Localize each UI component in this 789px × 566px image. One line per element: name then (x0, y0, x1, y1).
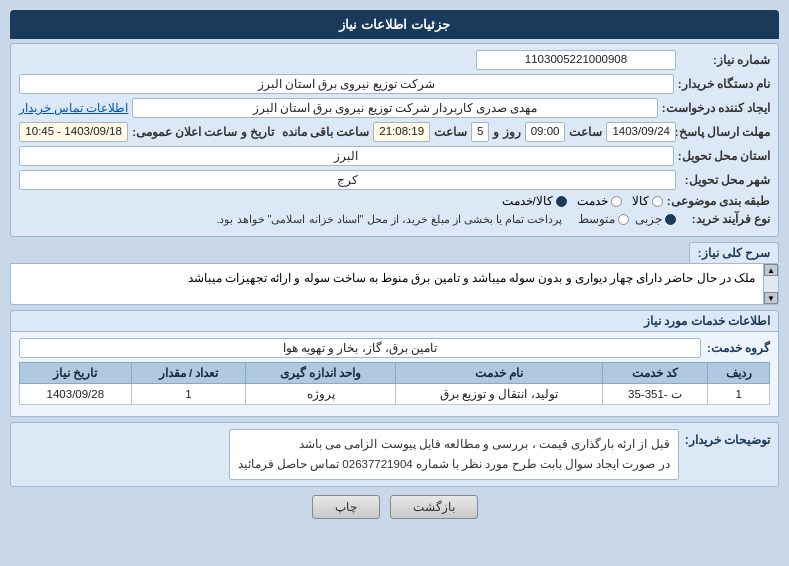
request-number-value: 1103005221000908 (476, 50, 676, 70)
deadline-time: 09:00 (525, 122, 566, 142)
button-row: بازگشت چاپ (10, 495, 779, 519)
th-quantity: تعداد / مقدار (131, 363, 246, 384)
scroll-up-btn[interactable]: ▲ (764, 264, 778, 276)
td-quantity: 1 (131, 384, 246, 405)
request-number-label: شماره نیاز: (680, 53, 770, 67)
th-date-needed: تاریخ نیاز (20, 363, 132, 384)
td-service-name: تولید، انتقال و توزیع برق (395, 384, 602, 405)
process-motavset-label: متوسط (578, 212, 615, 226)
back-button[interactable]: بازگشت (390, 495, 478, 519)
category-khadamat-label: خدمت (577, 194, 608, 208)
city-label: شهر محل تحویل: (680, 173, 770, 187)
creator-contact-link[interactable]: اطلاعات تماس خریدار (19, 101, 128, 115)
page-title: جزئیات اطلاعات نیاز (339, 17, 449, 32)
announce-datetime-label: تاریخ و ساعت اعلان عمومی: (132, 125, 274, 139)
category-kala-khadamat-option[interactable]: کالا/خدمت (502, 194, 567, 208)
category-kala-khadamat-label: کالا/خدمت (502, 194, 553, 208)
services-table: ردیف کد خدمت نام خدمت واحد اندازه گیری ت… (19, 362, 770, 405)
need-desc-title: سرح کلی نیاز: (689, 242, 779, 263)
buyer-notes-content: قبل از ارئه بارگذاری قیمت ، بررسی و مطال… (229, 429, 679, 480)
deadline-time-label: ساعت (569, 125, 602, 139)
province-label: استان محل تحویل: (678, 149, 770, 163)
buyer-notes-label: توضیحات خریدار: (685, 429, 770, 447)
deadline-days: 5 (471, 122, 489, 142)
process-motavset-option[interactable]: متوسط (578, 212, 629, 226)
creator-value: مهدی صدری کاربردار شرکت توزیع نیروی برق … (132, 98, 657, 118)
td-row-num: 1 (708, 384, 770, 405)
buyer-notes-line2: در صورت ایجاد سوال بابت طرح مورد نظر با … (238, 455, 670, 475)
category-khadamat-radio[interactable] (611, 196, 622, 207)
process-pay-note: پرداخت تمام یا بخشی از مبلغ خرید، از محل… (216, 213, 562, 226)
city-value: کرج (19, 170, 676, 190)
th-row-num: ردیف (708, 363, 770, 384)
th-service-name: نام خدمت (395, 363, 602, 384)
need-desc-container: ▲ ▼ ملک در حال حاضر دارای چهار دیواری و … (10, 263, 779, 305)
deadline-days-label: روز و (493, 125, 520, 139)
announce-datetime-value: 1403/09/18 - 10:45 (19, 122, 128, 142)
remaining-unit-label: ساعت باقی مانده (282, 125, 369, 139)
category-kala-label: کالا (632, 194, 649, 208)
buyer-org-label: نام دستگاه خریدار: (678, 77, 770, 91)
td-date-needed: 1403/09/28 (20, 384, 132, 405)
process-jazbi-radio[interactable] (665, 214, 676, 225)
deadline-date: 1403/09/24 (606, 122, 676, 142)
service-group-label: گروه خدمت: (707, 341, 770, 355)
td-unit: پروژه (246, 384, 395, 405)
category-khadamat-option[interactable]: خدمت (577, 194, 622, 208)
process-options: جزبی متوسط پرداخت تمام یا بخشی از مبلغ خ… (216, 212, 676, 226)
buyer-org-value: شرکت توزیع نیروی برق استان البرز (19, 74, 674, 94)
need-desc-scrollbar[interactable]: ▲ ▼ (763, 264, 778, 304)
province-value: البرز (19, 146, 674, 166)
process-motavset-radio[interactable] (618, 214, 629, 225)
td-service-code: ت -351-35 (602, 384, 708, 405)
services-title: اطلاعات خدمات مورد نیاز (10, 310, 779, 332)
deadline-remaining-label-text: ساعت (434, 125, 467, 139)
th-unit: واحد اندازه گیری (246, 363, 395, 384)
buyer-notes-line1: قبل از ارئه بارگذاری قیمت ، بررسی و مطال… (238, 435, 670, 455)
print-button[interactable]: چاپ (312, 495, 380, 519)
process-jazbi-option[interactable]: جزبی (635, 212, 676, 226)
table-row: 1ت -351-35تولید، انتقال و توزیع برقپروژه… (20, 384, 770, 405)
th-service-code: کد خدمت (602, 363, 708, 384)
category-kala-radio[interactable] (652, 196, 663, 207)
category-radio-group: کالا خدمت کالا/خدمت (502, 194, 663, 208)
category-kala-khadamat-radio[interactable] (556, 196, 567, 207)
category-label: طبقه بندی موضوعی: (667, 194, 770, 208)
category-kala-option[interactable]: کالا (632, 194, 663, 208)
process-label: نوع فرآیند خرید: (680, 212, 770, 226)
page-header: جزئیات اطلاعات نیاز (10, 10, 779, 39)
deadline-label: مهلت ارسال پاسخ: تا (680, 125, 770, 139)
creator-label: ایجاد کننده درخواست: (662, 101, 770, 115)
process-jazbi-label: جزبی (635, 212, 662, 226)
need-desc-text: ملک در حال حاضر دارای چهار دیواری و بدون… (11, 264, 763, 304)
service-group-value: تامین برق، گاز، بخار و تهویه هوا (19, 338, 701, 358)
scroll-down-btn[interactable]: ▼ (764, 292, 778, 304)
deadline-remaining: 21:08:19 (373, 122, 430, 142)
